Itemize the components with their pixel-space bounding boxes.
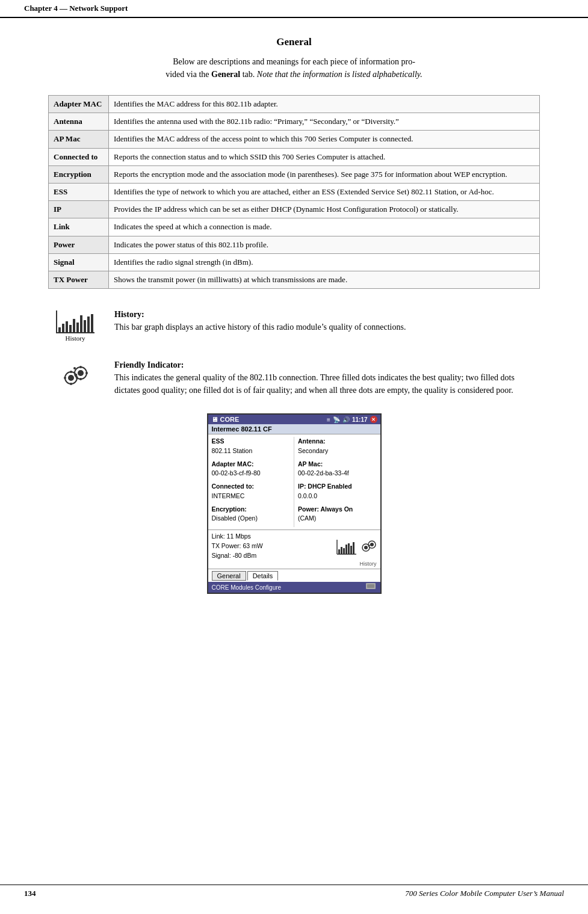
- screenshot-container: 🖥 CORE ≡ 📡 🔊 11:17 ✕ Intermec 802.11 CF …: [48, 413, 540, 594]
- table-term: AP Mac: [49, 131, 109, 148]
- intro-paragraph: Below are descriptions and meanings for …: [48, 55, 540, 81]
- svg-point-23: [364, 546, 368, 549]
- friendly-desc-text: This indicates the general quality of th…: [114, 373, 515, 395]
- antenna-value: Secondary: [298, 446, 377, 456]
- svg-rect-15: [338, 549, 340, 554]
- table-def: Identifies the radio signal strength (in…: [109, 253, 540, 271]
- table-term: Power: [49, 236, 109, 253]
- screen-col-right: Antenna: Secondary AP Mac: 00-02-2d-ba-3…: [294, 437, 380, 527]
- bar-2: [62, 324, 64, 332]
- svg-point-8: [70, 383, 72, 385]
- svg-rect-21: [353, 542, 354, 554]
- ip-label: IP: DHCP Enabled: [298, 482, 377, 492]
- adapter-label: Adapter MAC:: [212, 460, 291, 469]
- signal-text: Signal: -80 dBm: [212, 551, 263, 561]
- screen-tabs[interactable]: General Details: [208, 569, 380, 582]
- antenna-icon: 📡: [333, 416, 340, 423]
- table-row: Connected toReports the connection statu…: [49, 148, 540, 165]
- header-chapter-label: Chapter 4 — Network Support: [24, 4, 128, 13]
- chapter-label: Chapter 4: [24, 4, 58, 13]
- screen-footer-text: CORE Modules Configure: [212, 584, 282, 591]
- power-value: (CAM): [298, 514, 377, 523]
- friendly-section: Friendly Indicator: This indicates the g…: [48, 359, 540, 397]
- page-header: Chapter 4 — Network Support: [0, 0, 588, 18]
- friendly-title: Friendly Indicator:: [114, 360, 184, 369]
- friendly-icon-area: [48, 359, 102, 391]
- mini-friendly-icon: [360, 538, 377, 555]
- history-icon-area: History: [48, 308, 102, 342]
- svg-point-3: [78, 370, 84, 376]
- table-term: ESS: [49, 183, 109, 200]
- tab-details[interactable]: Details: [247, 571, 279, 581]
- table-row: ESSIdentifies the type of network to whi…: [49, 183, 540, 200]
- ip-value: 0.0.0.0: [298, 492, 377, 501]
- svg-point-11: [79, 366, 82, 368]
- close-icon[interactable]: ✕: [370, 416, 377, 423]
- table-row: IPProvides the IP address which can be s…: [49, 201, 540, 218]
- bar-7: [80, 315, 82, 332]
- tab-general[interactable]: General: [212, 571, 246, 581]
- screen-bottom-left: Link: 11 Mbps TX Power: 63 mW Signal: -8…: [212, 532, 263, 560]
- bar-8: [84, 320, 86, 332]
- table-term: Encryption: [49, 165, 109, 183]
- svg-point-7: [70, 371, 72, 373]
- intro-bold-word: General: [211, 70, 240, 79]
- screen-title: CORE: [220, 416, 240, 423]
- bar-10: [91, 314, 93, 332]
- ess-label: ESS: [212, 437, 291, 446]
- friendly-indicator-icon: [60, 361, 90, 391]
- bar-1: [58, 327, 61, 332]
- table-def: Identifies the type of network to which …: [109, 183, 540, 200]
- device-screen: 🖥 CORE ≡ 📡 🔊 11:17 ✕ Intermec 802.11 CF …: [207, 413, 382, 594]
- screen-bottom: Link: 11 Mbps TX Power: 63 mW Signal: -8…: [208, 530, 380, 569]
- page-footer: 134 700 Series Color Mobile Computer Use…: [0, 885, 588, 902]
- screen-footer: CORE Modules Configure: [208, 582, 380, 593]
- table-row: TX PowerShows the transmit power (in mil…: [49, 271, 540, 288]
- history-bars: [56, 310, 94, 333]
- svg-point-5: [64, 377, 66, 379]
- footer-page-number: 134: [24, 889, 36, 898]
- table-row: AP MacIdentifies the MAC address of the …: [49, 131, 540, 148]
- mini-history-icon: [336, 537, 357, 555]
- table-def: Reports the encryption mode and the asso…: [109, 165, 540, 183]
- screen-body: ESS 802.11 Station Adapter MAC: 00-02-b3…: [208, 434, 380, 530]
- table-term: Connected to: [49, 148, 109, 165]
- screen-titlebar: 🖥 CORE ≡ 📡 🔊 11:17 ✕: [208, 415, 380, 424]
- svg-rect-18: [345, 545, 347, 554]
- antenna-label: Antenna:: [298, 437, 377, 446]
- history-icon: History: [54, 310, 96, 342]
- link-text: Link: 11 Mbps: [212, 532, 263, 542]
- ap-value: 00-02-2d-ba-33-4f: [298, 469, 377, 478]
- screen-time: 11:17: [352, 416, 368, 423]
- volume-icon: 🔊: [342, 416, 350, 423]
- power-label: Power: Always On: [298, 505, 377, 514]
- history-section: History History: This bar graph displays…: [48, 308, 540, 342]
- table-term: Signal: [49, 253, 109, 271]
- screen-footer-icon: [366, 583, 377, 591]
- table-def: Shows the transmit power (in milliwatts)…: [109, 271, 540, 288]
- table-def: Identifies the antenna used with the 802…: [109, 113, 540, 131]
- ess-value: 802.11 Station: [212, 446, 291, 456]
- table-row: SignalIdentifies the radio signal streng…: [49, 253, 540, 271]
- svg-line-26: [368, 545, 370, 546]
- svg-rect-16: [341, 547, 342, 554]
- ap-label: AP Mac:: [298, 460, 377, 469]
- intro-line3: tab.: [240, 70, 257, 79]
- table-def: Reports the connection status and to whi…: [109, 148, 540, 165]
- svg-point-9: [73, 367, 76, 369]
- history-description: History: This bar graph displays an acti…: [114, 308, 540, 333]
- section-title: General: [48, 36, 540, 48]
- table-term: TX Power: [49, 271, 109, 288]
- app-icon: 🖥: [211, 416, 218, 423]
- tx-text: TX Power: 63 mW: [212, 542, 263, 551]
- svg-rect-19: [348, 543, 350, 554]
- table-term: IP: [49, 201, 109, 218]
- table-term: Antenna: [49, 113, 109, 131]
- screen-bottom-right: [336, 537, 377, 555]
- svg-point-12: [79, 378, 82, 380]
- bar-4: [69, 325, 72, 332]
- footer-manual-title: 700 Series Color Mobile Computer User’s …: [405, 889, 564, 898]
- connected-label: Connected to:: [212, 482, 291, 492]
- encryption-value: Disabled (Open): [212, 514, 291, 523]
- screen-col-left: ESS 802.11 Station Adapter MAC: 00-02-b3…: [208, 437, 294, 527]
